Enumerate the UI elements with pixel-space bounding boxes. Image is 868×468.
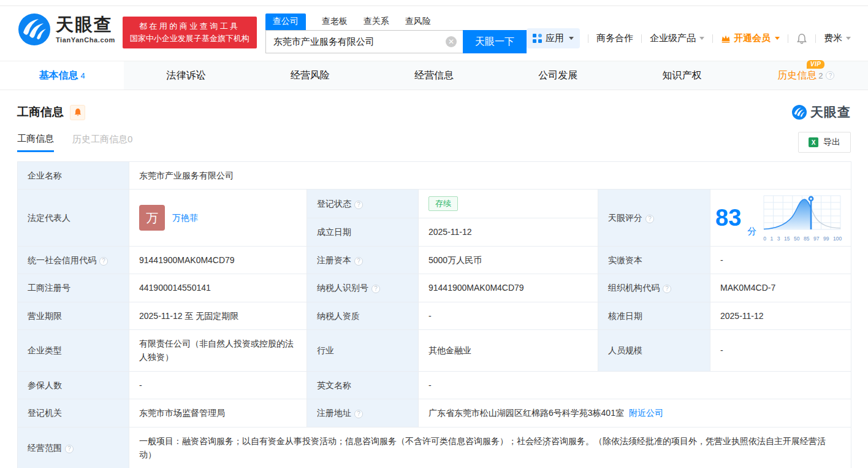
score-number: 83 xyxy=(715,206,741,229)
vip-badge: VIP xyxy=(807,60,825,69)
tab-company-development[interactable]: 公司发展 xyxy=(496,61,620,90)
tab-history-info-count: 2 xyxy=(818,71,823,80)
table-row: 企业名称 东莞市产业服务有限公司 xyxy=(18,162,851,190)
search-tab-company[interactable]: 查公司 xyxy=(265,13,306,30)
field-label-credit-code: 统一社会信用代码? xyxy=(18,246,129,274)
tianyancha-logo-icon xyxy=(18,13,50,45)
status-badge: 存续 xyxy=(428,196,458,211)
brand-domain: TianYanCha.com xyxy=(56,36,115,44)
nav-open-vip[interactable]: 开通会员 xyxy=(721,33,780,44)
tab-history-info[interactable]: VIP 历史信息 2 ? xyxy=(744,61,868,90)
field-value-approval-date: 2025-11-12 xyxy=(710,302,851,329)
nav-enterprise[interactable]: 企业级产品 xyxy=(650,33,704,44)
field-value-english-name: - xyxy=(419,371,851,399)
search-tab-risk[interactable]: 查风险 xyxy=(405,13,431,30)
nav-divider xyxy=(815,34,816,43)
help-icon[interactable]: ? xyxy=(354,410,363,418)
slogan-line1: 都在用的商业查询工具 xyxy=(130,20,249,33)
monitor-bell-button[interactable] xyxy=(70,105,85,120)
search-tabs: 查公司 查老板 查关系 查风险 xyxy=(265,13,527,30)
nav-apps-button[interactable]: 应用 xyxy=(527,28,580,48)
help-icon[interactable]: ? xyxy=(826,71,834,80)
tab-legal-lawsuit[interactable]: 法律诉讼 xyxy=(124,61,248,90)
search-tab-relation[interactable]: 查关系 xyxy=(364,13,389,30)
field-label-approval-date: 核准日期 xyxy=(598,302,710,329)
tab-basic-info-label: 基本信息 xyxy=(39,69,78,82)
help-icon[interactable]: ? xyxy=(645,215,654,223)
tianyancha-watermark: 天眼查 xyxy=(792,104,851,121)
subtab-history-business-info[interactable]: 历史工商信息0 xyxy=(72,134,132,151)
field-value-reg-status: 存续 xyxy=(419,190,598,218)
chart-x-axis-ticks: 01 315 5085 9799 100 xyxy=(763,236,842,242)
help-icon[interactable]: ? xyxy=(65,445,74,453)
brand-name: 天眼查 xyxy=(56,15,115,34)
legal-rep-link[interactable]: 万艳菲 xyxy=(172,211,198,224)
subtab-business-info[interactable]: 工商信息 xyxy=(17,133,54,152)
help-icon[interactable]: ? xyxy=(371,285,380,293)
registered-address-text: 广东省东莞市松山湖园区红棉路6号科学苑3栋401室 xyxy=(428,408,624,418)
field-label-company-name: 企业名称 xyxy=(18,162,129,190)
nav-biz-coop[interactable]: 商务合作 xyxy=(596,33,633,44)
nav-username: 费米 xyxy=(824,33,842,44)
tab-operation-risk-label: 经营风险 xyxy=(291,69,330,82)
tab-legal-lawsuit-label: 法律诉讼 xyxy=(166,69,205,82)
field-value-industry: 其他金融业 xyxy=(419,329,598,371)
score-distribution-chart: 01 315 5085 9799 100 xyxy=(763,194,842,241)
tab-basic-info[interactable]: 基本信息 4 xyxy=(0,61,124,90)
tab-intellectual-property-label: 知识产权 xyxy=(663,69,702,82)
table-row: 经营范围? 一般项目：融资咨询服务；以自有资金从事投资活动；信息咨询服务（不含许… xyxy=(18,427,851,468)
notification-bell-button[interactable] xyxy=(796,33,807,44)
nav-divider xyxy=(641,34,642,43)
table-row: 参保人数 - 英文名称 - xyxy=(18,371,851,399)
help-icon[interactable]: ? xyxy=(354,201,363,209)
legal-rep-avatar[interactable]: 万 xyxy=(139,205,165,231)
search-input[interactable] xyxy=(266,31,463,53)
field-value-staff-size: - xyxy=(710,329,851,371)
nav-apps-label: 应用 xyxy=(546,33,564,44)
field-label-registered-address: 注册地址? xyxy=(307,399,419,427)
field-value-company-type: 有限责任公司（非自然人投资或控股的法人独资） xyxy=(129,329,307,371)
nearby-companies-link[interactable]: 附近公司 xyxy=(629,408,663,418)
tab-intellectual-property[interactable]: 知识产权 xyxy=(620,61,744,90)
slogan-banner: 都在用的商业查询工具 国家中小企业发展子基金旗下机构 xyxy=(123,17,257,48)
chevron-down-icon xyxy=(699,37,704,40)
chevron-down-icon xyxy=(569,37,574,40)
table-row: 统一社会信用代码? 91441900MAK0M4CD79 注册资本? 5000万… xyxy=(18,246,851,274)
field-value-insured-count: - xyxy=(129,371,307,399)
export-button[interactable]: X 导出 xyxy=(798,132,851,153)
score-unit: 分 xyxy=(747,224,756,239)
field-value-business-scope: 一般项目：融资咨询服务；以自有资金从事投资活动；信息咨询服务（不含许可类信息咨询… xyxy=(129,427,851,468)
field-label-establish-date: 成立日期 xyxy=(307,218,419,246)
nav-divider xyxy=(712,34,713,43)
export-label: 导出 xyxy=(823,137,840,148)
field-value-registration-authority: 东莞市市场监督管理局 xyxy=(129,399,307,427)
field-label-registration-authority: 登记机关 xyxy=(18,399,129,427)
tab-operation-risk[interactable]: 经营风险 xyxy=(248,61,372,90)
tab-operation-info[interactable]: 经营信息 xyxy=(372,61,496,90)
field-value-legal-rep: 万 万艳菲 xyxy=(129,190,307,246)
clear-search-icon[interactable]: ✕ xyxy=(446,36,457,47)
search-tab-boss[interactable]: 查老板 xyxy=(322,13,348,30)
field-label-reg-capital: 注册资本? xyxy=(307,246,419,274)
table-row: 工商注册号 441900014550141 纳税人识别号? 91441900MA… xyxy=(18,274,851,302)
section-title: 工商信息 xyxy=(17,104,64,120)
field-label-legal-rep: 法定代表人 xyxy=(18,190,129,246)
help-icon[interactable]: ? xyxy=(354,257,363,266)
help-icon[interactable]: ? xyxy=(663,285,671,293)
nav-user-menu[interactable]: 费米 xyxy=(824,33,851,44)
tab-company-development-label: 公司发展 xyxy=(538,69,577,82)
field-label-score: 天眼评分? xyxy=(598,190,710,246)
chevron-down-icon xyxy=(846,37,851,40)
field-value-paid-capital: - xyxy=(710,246,851,274)
field-value-registered-address: 广东省东莞市松山湖园区红棉路6号科学苑3栋401室附近公司 xyxy=(419,399,851,427)
bell-icon xyxy=(796,33,807,44)
field-label-business-term: 营业期限 xyxy=(18,302,129,329)
field-value-reg-number: 441900014550141 xyxy=(129,274,307,302)
field-value-establish-date: 2025-11-12 xyxy=(419,218,598,246)
site-header: 天眼查 TianYanCha.com 都在用的商业查询工具 国家中小企业发展子基… xyxy=(0,6,868,58)
search-button[interactable]: 天眼一下 xyxy=(463,30,527,53)
site-logo[interactable]: 天眼查 TianYanCha.com xyxy=(18,13,115,45)
company-tabbar: 基本信息 4 法律诉讼 经营风险 经营信息 公司发展 知识产权 VIP 历史信息… xyxy=(0,61,868,90)
help-icon[interactable]: ? xyxy=(99,257,108,266)
excel-icon: X xyxy=(809,137,818,147)
